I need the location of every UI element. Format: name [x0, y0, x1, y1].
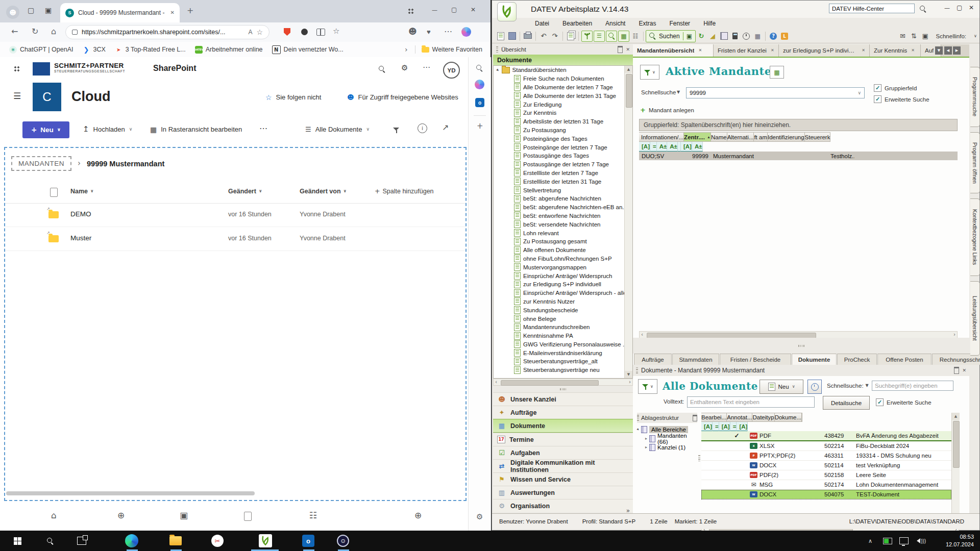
search-icon[interactable] [379, 66, 385, 72]
column-header[interactable]: ft am [754, 132, 768, 142]
breadcrumb-root[interactable]: MANDANTEN [11, 156, 71, 171]
view-tab[interactable]: zur Erledigung S+P individuell [779, 44, 870, 57]
lexinform-icon[interactable]: L [779, 31, 790, 41]
media-icon[interactable] [180, 511, 188, 520]
taskbar-outlook-icon[interactable]: o [298, 531, 318, 551]
detail-tab[interactable]: Offene Posten [877, 354, 932, 365]
taskbar-edge-icon[interactable] [121, 531, 142, 551]
close-panel-icon[interactable] [962, 368, 966, 373]
upload-button[interactable]: Hochladen [83, 126, 132, 133]
tree-item[interactable]: zur Erledigung S+P individuell [494, 280, 632, 289]
close-tab-icon[interactable] [911, 48, 915, 53]
info-icon[interactable]: i [418, 123, 427, 133]
close-tab-icon[interactable] [862, 48, 865, 53]
filter-cell[interactable]: [A] [737, 422, 748, 431]
bookmark-item[interactable]: 3CX [82, 46, 105, 54]
user-avatar[interactable]: YD [443, 62, 460, 79]
document-row[interactable]: W DOCX 502114 test Verknüpfung [701, 461, 951, 470]
tree-item[interactable]: Postausgänge des Tages [494, 152, 632, 160]
tree-view-icon[interactable] [581, 31, 593, 42]
more-favorites[interactable]: Weitere Favoriten [422, 46, 482, 53]
close-tab-icon[interactable] [170, 10, 175, 15]
document-row[interactable]: P PPTX;PDF(2) 463311 193314 - DMS Schulu… [701, 451, 951, 461]
start-button[interactable] [7, 531, 28, 551]
detail-search-button[interactable]: Detailsuche [823, 396, 870, 410]
nav-item[interactable]: Digitale Kommunikation mit Institutionen [493, 459, 633, 472]
groupfield-checkbox[interactable]: ✓Gruppierfeld [874, 84, 917, 92]
column-header[interactable]: Bearbei... [701, 413, 727, 422]
column-modified[interactable]: Geändert [228, 188, 262, 195]
menu-extras[interactable]: Extras [639, 20, 656, 27]
tree-item[interactable]: Alle offenen Dokumente [494, 246, 632, 255]
tree-item[interactable]: Einsprüche/ Anträge/ Widerspruch - alle [494, 289, 632, 297]
close-window-button[interactable] [471, 7, 476, 13]
column-header[interactable]: Name [711, 132, 727, 142]
nav-item[interactable]: Organisation [493, 499, 633, 512]
add-circle-icon[interactable] [414, 511, 422, 520]
search-button[interactable]: Suchen [646, 30, 696, 42]
tree-item[interactable]: Steuerberatungsverträge_alt [494, 357, 632, 366]
document-row[interactable]: ✓ PDF PDF 438429 BvFA Änderung des Abgab… [701, 431, 951, 441]
undo-icon[interactable] [538, 31, 549, 41]
tree-item[interactable]: Arbeitsliste der letzten 31 Tage [494, 117, 632, 126]
hamburger-menu-icon[interactable] [13, 92, 21, 101]
tab-grid-icon[interactable] [407, 8, 414, 15]
column-header[interactable] [802, 413, 802, 422]
mandant-row[interactable]: DUO;SV 99999 Mustermandant Testholz... [639, 152, 958, 160]
nav-item[interactable]: Wissen und Service [493, 472, 633, 486]
tree-item[interactable]: Steuerberatungsverträge neu [494, 366, 632, 374]
tree-item[interactable]: zur Kenntnis Nutzer [494, 297, 632, 306]
tab-scroll-right[interactable] [953, 46, 961, 55]
splitter[interactable] [493, 386, 633, 392]
taskbar-clock[interactable]: 08:53 12.07.2024 [933, 531, 974, 551]
filter-cell[interactable]: A± [667, 142, 678, 152]
column-name[interactable]: Name [70, 188, 94, 195]
history-button[interactable] [807, 380, 822, 394]
nav-item[interactable]: Termine [493, 433, 633, 446]
profile-icon[interactable] [408, 28, 417, 36]
new-tab-button[interactable] [187, 7, 193, 15]
new-document-icon[interactable] [496, 31, 506, 41]
menu-fenster[interactable]: Fenster [669, 20, 690, 27]
journal-icon[interactable] [719, 31, 729, 41]
detail-tab[interactable]: Dokumente [792, 354, 837, 365]
doc-type-column-icon[interactable] [50, 188, 58, 197]
horizontal-scrollbar[interactable] [6, 491, 463, 496]
tree-item[interactable]: Mandantenrundschreiben [494, 323, 632, 332]
redo-icon[interactable] [550, 31, 560, 41]
sidebar-copilot-icon[interactable] [475, 80, 484, 89]
column-header[interactable]: Informationen/... [639, 132, 684, 142]
reload-icon[interactable] [32, 28, 38, 36]
help-icon[interactable]: ? [768, 31, 778, 41]
view-tab[interactable]: Mandantenübersicht [633, 44, 714, 57]
nav-item[interactable]: Dokumente [493, 419, 633, 433]
send-icon[interactable] [707, 31, 718, 41]
refresh-icon[interactable] [696, 31, 706, 41]
print-icon[interactable] [523, 31, 533, 41]
column-header[interactable]: Zentr.... [684, 132, 711, 142]
quickinfo-window-icon[interactable] [920, 31, 930, 41]
tree-item[interactable]: ohne Fibu/Lohn/Rechnungen S+P [494, 255, 632, 263]
task-view-icon[interactable] [71, 531, 92, 551]
tab-scroll-left[interactable] [944, 46, 952, 55]
detail-tab[interactable]: Fristen / Bescheide [720, 354, 791, 365]
column-settings-button[interactable] [770, 66, 784, 79]
expand-icon[interactable] [442, 123, 449, 132]
tree-item[interactable]: Erstellliste der letzten 7 Tage [494, 169, 632, 178]
tray-chevron-icon[interactable]: ∧ [864, 531, 877, 551]
url-field[interactable]: https://schmitzpartnerkoeln.sharepoint.c… [65, 25, 270, 39]
tree-item[interactable]: Alle Dokumente der letzten 7 Tage [494, 83, 632, 92]
tree-item[interactable]: beSt: abgerufene Nachrichten-eEB an... [494, 203, 632, 212]
pin-icon[interactable] [618, 46, 623, 53]
tree-item[interactable]: beSt: versendete Nachrichten [494, 220, 632, 229]
toolbar-more-icon[interactable] [259, 124, 267, 133]
adblock-shield-icon[interactable] [284, 28, 290, 36]
filter-icon[interactable] [393, 127, 400, 133]
quickinfo-mail-icon[interactable] [898, 31, 908, 41]
tree-item[interactable]: Erstellliste der letzten 31 Tage [494, 177, 632, 186]
doc-quicksearch-input[interactable] [872, 381, 953, 391]
filter-cell[interactable]: [A] [719, 422, 730, 431]
close-tab-icon[interactable] [698, 48, 702, 53]
indent-list-icon[interactable] [594, 31, 605, 42]
tab-kontextbezogene-links[interactable]: Kontextbezogene Links [970, 198, 980, 276]
